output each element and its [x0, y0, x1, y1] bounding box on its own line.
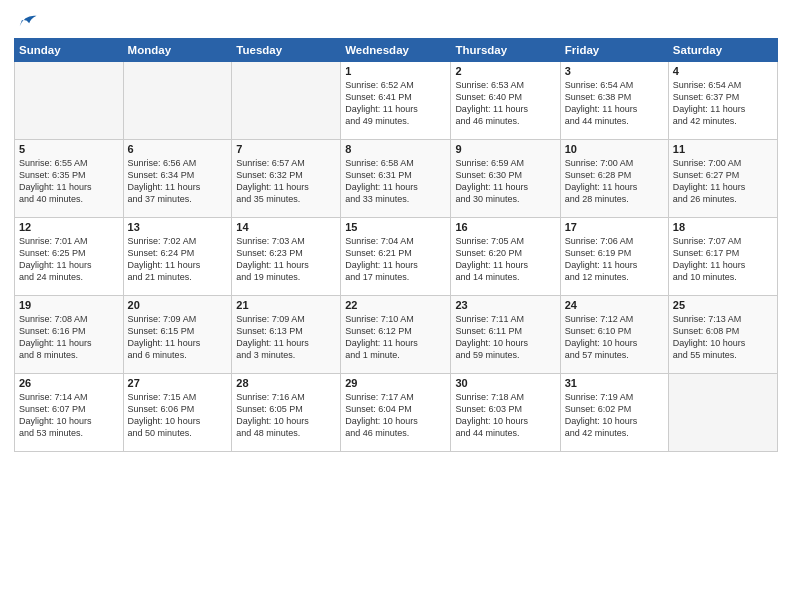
day-number: 17 — [565, 221, 664, 233]
day-number: 6 — [128, 143, 228, 155]
calendar-cell: 1Sunrise: 6:52 AM Sunset: 6:41 PM Daylig… — [341, 62, 451, 140]
day-info: Sunrise: 7:17 AM Sunset: 6:04 PM Dayligh… — [345, 391, 446, 440]
calendar-dow-sunday: Sunday — [15, 39, 124, 62]
day-number: 4 — [673, 65, 773, 77]
day-number: 21 — [236, 299, 336, 311]
calendar-cell: 17Sunrise: 7:06 AM Sunset: 6:19 PM Dayli… — [560, 218, 668, 296]
calendar-cell: 24Sunrise: 7:12 AM Sunset: 6:10 PM Dayli… — [560, 296, 668, 374]
day-number: 15 — [345, 221, 446, 233]
day-number: 26 — [19, 377, 119, 389]
day-info: Sunrise: 7:14 AM Sunset: 6:07 PM Dayligh… — [19, 391, 119, 440]
day-number: 12 — [19, 221, 119, 233]
day-number: 10 — [565, 143, 664, 155]
calendar-cell: 7Sunrise: 6:57 AM Sunset: 6:32 PM Daylig… — [232, 140, 341, 218]
day-number: 13 — [128, 221, 228, 233]
day-number: 7 — [236, 143, 336, 155]
calendar-cell: 2Sunrise: 6:53 AM Sunset: 6:40 PM Daylig… — [451, 62, 560, 140]
day-number: 19 — [19, 299, 119, 311]
calendar-cell — [15, 62, 124, 140]
calendar-cell: 21Sunrise: 7:09 AM Sunset: 6:13 PM Dayli… — [232, 296, 341, 374]
day-info: Sunrise: 7:00 AM Sunset: 6:27 PM Dayligh… — [673, 157, 773, 206]
calendar-week-row: 12Sunrise: 7:01 AM Sunset: 6:25 PM Dayli… — [15, 218, 778, 296]
day-info: Sunrise: 7:09 AM Sunset: 6:15 PM Dayligh… — [128, 313, 228, 362]
calendar-week-row: 1Sunrise: 6:52 AM Sunset: 6:41 PM Daylig… — [15, 62, 778, 140]
calendar-cell: 30Sunrise: 7:18 AM Sunset: 6:03 PM Dayli… — [451, 374, 560, 452]
calendar-header-row: SundayMondayTuesdayWednesdayThursdayFrid… — [15, 39, 778, 62]
day-number: 8 — [345, 143, 446, 155]
calendar-cell: 22Sunrise: 7:10 AM Sunset: 6:12 PM Dayli… — [341, 296, 451, 374]
day-info: Sunrise: 7:19 AM Sunset: 6:02 PM Dayligh… — [565, 391, 664, 440]
day-number: 3 — [565, 65, 664, 77]
calendar-cell: 16Sunrise: 7:05 AM Sunset: 6:20 PM Dayli… — [451, 218, 560, 296]
day-info: Sunrise: 7:16 AM Sunset: 6:05 PM Dayligh… — [236, 391, 336, 440]
day-number: 29 — [345, 377, 446, 389]
calendar-cell: 23Sunrise: 7:11 AM Sunset: 6:11 PM Dayli… — [451, 296, 560, 374]
calendar-cell: 18Sunrise: 7:07 AM Sunset: 6:17 PM Dayli… — [668, 218, 777, 296]
calendar-cell: 26Sunrise: 7:14 AM Sunset: 6:07 PM Dayli… — [15, 374, 124, 452]
calendar-cell: 8Sunrise: 6:58 AM Sunset: 6:31 PM Daylig… — [341, 140, 451, 218]
day-number: 28 — [236, 377, 336, 389]
calendar-cell: 11Sunrise: 7:00 AM Sunset: 6:27 PM Dayli… — [668, 140, 777, 218]
day-number: 20 — [128, 299, 228, 311]
day-number: 22 — [345, 299, 446, 311]
day-number: 23 — [455, 299, 555, 311]
calendar-cell: 31Sunrise: 7:19 AM Sunset: 6:02 PM Dayli… — [560, 374, 668, 452]
calendar-cell: 13Sunrise: 7:02 AM Sunset: 6:24 PM Dayli… — [123, 218, 232, 296]
calendar-cell: 3Sunrise: 6:54 AM Sunset: 6:38 PM Daylig… — [560, 62, 668, 140]
calendar-week-row: 19Sunrise: 7:08 AM Sunset: 6:16 PM Dayli… — [15, 296, 778, 374]
day-number: 18 — [673, 221, 773, 233]
calendar-cell: 12Sunrise: 7:01 AM Sunset: 6:25 PM Dayli… — [15, 218, 124, 296]
day-number: 27 — [128, 377, 228, 389]
day-number: 1 — [345, 65, 446, 77]
logo-bird-icon — [16, 10, 38, 32]
day-info: Sunrise: 6:56 AM Sunset: 6:34 PM Dayligh… — [128, 157, 228, 206]
day-number: 2 — [455, 65, 555, 77]
calendar-cell: 28Sunrise: 7:16 AM Sunset: 6:05 PM Dayli… — [232, 374, 341, 452]
calendar-cell — [232, 62, 341, 140]
day-number: 16 — [455, 221, 555, 233]
calendar-cell: 9Sunrise: 6:59 AM Sunset: 6:30 PM Daylig… — [451, 140, 560, 218]
calendar-dow-friday: Friday — [560, 39, 668, 62]
calendar-cell: 10Sunrise: 7:00 AM Sunset: 6:28 PM Dayli… — [560, 140, 668, 218]
day-info: Sunrise: 6:53 AM Sunset: 6:40 PM Dayligh… — [455, 79, 555, 128]
day-number: 9 — [455, 143, 555, 155]
calendar-cell: 29Sunrise: 7:17 AM Sunset: 6:04 PM Dayli… — [341, 374, 451, 452]
calendar-dow-wednesday: Wednesday — [341, 39, 451, 62]
calendar-cell: 20Sunrise: 7:09 AM Sunset: 6:15 PM Dayli… — [123, 296, 232, 374]
day-info: Sunrise: 7:04 AM Sunset: 6:21 PM Dayligh… — [345, 235, 446, 284]
day-info: Sunrise: 7:06 AM Sunset: 6:19 PM Dayligh… — [565, 235, 664, 284]
day-info: Sunrise: 6:59 AM Sunset: 6:30 PM Dayligh… — [455, 157, 555, 206]
day-number: 30 — [455, 377, 555, 389]
day-number: 11 — [673, 143, 773, 155]
day-info: Sunrise: 7:02 AM Sunset: 6:24 PM Dayligh… — [128, 235, 228, 284]
day-number: 25 — [673, 299, 773, 311]
calendar-cell: 15Sunrise: 7:04 AM Sunset: 6:21 PM Dayli… — [341, 218, 451, 296]
day-info: Sunrise: 7:18 AM Sunset: 6:03 PM Dayligh… — [455, 391, 555, 440]
day-info: Sunrise: 7:09 AM Sunset: 6:13 PM Dayligh… — [236, 313, 336, 362]
day-info: Sunrise: 7:11 AM Sunset: 6:11 PM Dayligh… — [455, 313, 555, 362]
day-info: Sunrise: 7:03 AM Sunset: 6:23 PM Dayligh… — [236, 235, 336, 284]
calendar-cell: 5Sunrise: 6:55 AM Sunset: 6:35 PM Daylig… — [15, 140, 124, 218]
logo — [14, 10, 38, 32]
day-info: Sunrise: 6:55 AM Sunset: 6:35 PM Dayligh… — [19, 157, 119, 206]
day-info: Sunrise: 7:15 AM Sunset: 6:06 PM Dayligh… — [128, 391, 228, 440]
calendar-dow-thursday: Thursday — [451, 39, 560, 62]
calendar-table: SundayMondayTuesdayWednesdayThursdayFrid… — [14, 38, 778, 452]
calendar-cell: 6Sunrise: 6:56 AM Sunset: 6:34 PM Daylig… — [123, 140, 232, 218]
day-info: Sunrise: 6:52 AM Sunset: 6:41 PM Dayligh… — [345, 79, 446, 128]
header — [14, 10, 778, 32]
calendar-cell: 4Sunrise: 6:54 AM Sunset: 6:37 PM Daylig… — [668, 62, 777, 140]
day-number: 14 — [236, 221, 336, 233]
day-info: Sunrise: 7:00 AM Sunset: 6:28 PM Dayligh… — [565, 157, 664, 206]
day-info: Sunrise: 6:54 AM Sunset: 6:38 PM Dayligh… — [565, 79, 664, 128]
day-info: Sunrise: 7:01 AM Sunset: 6:25 PM Dayligh… — [19, 235, 119, 284]
day-info: Sunrise: 6:54 AM Sunset: 6:37 PM Dayligh… — [673, 79, 773, 128]
day-info: Sunrise: 6:57 AM Sunset: 6:32 PM Dayligh… — [236, 157, 336, 206]
calendar-dow-saturday: Saturday — [668, 39, 777, 62]
calendar-week-row: 5Sunrise: 6:55 AM Sunset: 6:35 PM Daylig… — [15, 140, 778, 218]
calendar-dow-monday: Monday — [123, 39, 232, 62]
calendar-cell — [668, 374, 777, 452]
calendar-cell: 25Sunrise: 7:13 AM Sunset: 6:08 PM Dayli… — [668, 296, 777, 374]
calendar-week-row: 26Sunrise: 7:14 AM Sunset: 6:07 PM Dayli… — [15, 374, 778, 452]
day-info: Sunrise: 6:58 AM Sunset: 6:31 PM Dayligh… — [345, 157, 446, 206]
